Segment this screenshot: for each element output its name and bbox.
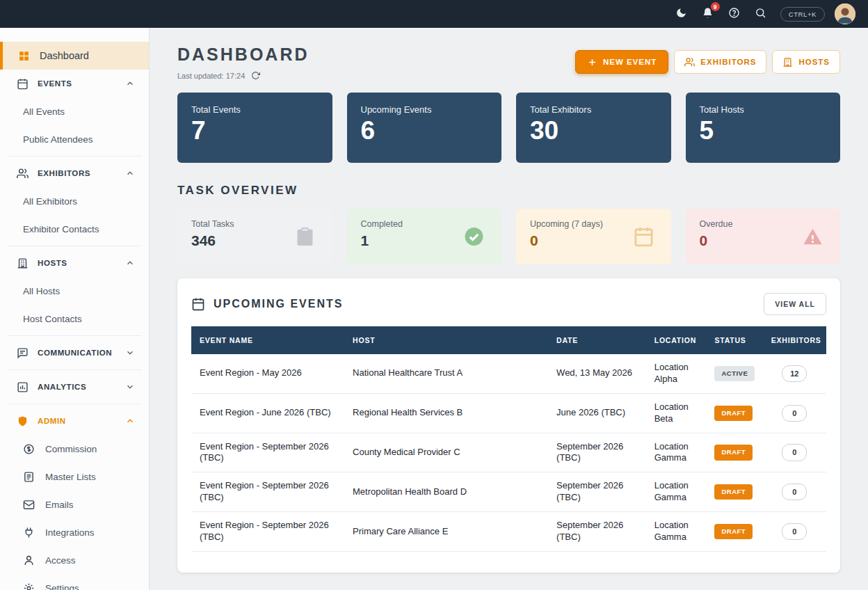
dark-mode-toggle[interactable] [672,4,691,24]
exhibitor-count-pill: 0 [782,444,807,461]
topbar: 9 CTRL+K [0,0,868,28]
sidebar-section-exhibitors[interactable]: EXHIBITORS [0,159,149,187]
search-button[interactable] [751,4,771,24]
sidebar-section-hosts[interactable]: HOSTS [0,249,149,277]
chart-icon [17,381,29,393]
chevron-up-icon [125,79,135,88]
sidebar-item-all-events[interactable]: All Events [0,97,149,125]
sidebar-item-exhibitor-contacts[interactable]: Exhibitor Contacts [0,215,149,243]
cell-status: DRAFT [706,393,762,433]
col-exhibitors: EXHIBITORS [763,326,826,354]
stat-label: Total Hosts [700,104,827,115]
chevron-down-icon [125,348,135,358]
cell-status: DRAFT [706,512,762,552]
building-icon [782,57,793,67]
sidebar-item-label: Public Attendees [23,134,93,145]
sidebar-item-all-exhibitors[interactable]: All Exhibitors [0,187,149,215]
status-badge: DRAFT [714,445,753,460]
cell-status: DRAFT [706,433,762,472]
sidebar-item-master-lists[interactable]: Master Lists [0,463,149,491]
sidebar-divider [7,404,142,404]
sidebar-item-emails[interactable]: Emails [0,491,149,518]
hosts-button[interactable]: HOSTS [772,50,840,74]
table-row[interactable]: Event Region - September 2026 (TBC) Metr… [191,472,826,512]
cell-status: ACTIVE [706,354,762,393]
cell-location: Location Alpha [646,354,707,393]
cell-host: National Healthcare Trust A [344,354,548,393]
sidebar-item-commission[interactable]: Commission [0,435,149,463]
sidebar-item-label: Host Contacts [23,314,82,324]
page-title-block: DASHBOARD Last updated: 17:24 [177,45,310,80]
refresh-icon[interactable] [251,71,260,80]
new-event-button[interactable]: NEW EVENT [575,50,668,74]
cell-exhibitors: 0 [763,472,826,512]
stat-label: Total Exhibitors [530,104,657,115]
help-button[interactable] [725,4,744,24]
cell-host: Regional Health Services B [344,393,548,433]
calendar-icon [633,226,654,248]
chevron-up-icon [125,416,135,426]
chevron-up-icon [125,168,135,178]
table-row[interactable]: Event Region - September 2026 (TBC) Coun… [191,433,826,472]
cell-event-name: Event Region - September 2026 (TBC) [191,433,344,472]
search-icon [755,7,766,21]
sidebar-item-dashboard[interactable]: Dashboard [0,42,149,70]
table-row[interactable]: Event Region - May 2026 National Healthc… [191,354,826,393]
exhibitor-count-pill: 12 [782,365,807,382]
list-icon [23,471,35,483]
building-icon [17,257,29,269]
view-all-button[interactable]: VIEW ALL [764,293,826,315]
cell-date: September 2026 (TBC) [548,512,646,552]
sidebar-item-access[interactable]: Access [0,546,149,574]
sidebar: Dashboard EVENTS All Events Public Atten… [0,28,150,590]
section-label: EVENTS [38,79,72,88]
col-date: DATE [548,326,646,354]
section-label: ANALYTICS [38,383,86,391]
cell-host: Metropolitan Health Board D [344,472,548,512]
task-card-completed: Completed 1 [347,209,502,264]
sidebar-item-all-hosts[interactable]: All Hosts [0,277,149,305]
table-row[interactable]: Event Region - June 2026 (TBC) Regional … [191,393,826,433]
table-row[interactable]: Event Region - September 2026 (TBC) Prim… [191,512,826,552]
calendar-icon [191,297,205,311]
check-circle-icon [463,226,485,248]
plug-icon [23,527,35,539]
shield-icon [17,415,29,427]
button-label: HOSTS [798,58,830,66]
last-updated-text: Last updated: 17:24 [177,72,245,80]
avatar[interactable] [835,3,855,24]
sidebar-item-integrations[interactable]: Integrations [0,518,149,546]
tasks-row: Total Tasks 346 Completed 1 Upcoming (7 … [177,209,840,264]
sidebar-item-label: All Hosts [23,286,60,296]
people-icon [17,168,29,180]
command-palette-button[interactable]: CTRL+K [780,7,825,22]
notifications-button[interactable]: 9 [698,4,718,24]
cell-exhibitors: 12 [763,354,826,393]
upcoming-events-card: UPCOMING EVENTS VIEW ALL EVENT NAME HOST… [177,278,840,573]
sidebar-item-settings[interactable]: Settings [0,574,149,590]
cell-location: Location Beta [646,393,707,433]
sidebar-section-communication[interactable]: COMMUNICATION [0,339,149,367]
button-label: NEW EVENT [603,58,657,66]
notification-badge: 9 [711,2,720,11]
sidebar-item-label: Master Lists [45,472,96,482]
cell-date: September 2026 (TBC) [548,433,646,472]
sidebar-section-analytics[interactable]: ANALYTICS [0,373,149,401]
cell-event-name: Event Region - June 2026 (TBC) [191,393,344,433]
sidebar-section-admin[interactable]: ADMIN [0,407,149,435]
cell-event-name: Event Region - September 2026 (TBC) [191,512,344,552]
sidebar-item-host-contacts[interactable]: Host Contacts [0,305,149,333]
header-actions: NEW EVENT EXHIBITORS HOSTS [575,50,840,74]
sidebar-divider [7,246,142,246]
cell-exhibitors: 0 [763,512,826,552]
exhibitors-button[interactable]: EXHIBITORS [674,50,766,74]
stat-label: Total Events [191,104,319,115]
cell-date: Wed, 13 May 2026 [548,354,646,393]
upcoming-events-table: EVENT NAME HOST DATE LOCATION STATUS EXH… [191,326,826,552]
section-label: ADMIN [38,417,66,425]
stat-value: 30 [530,117,657,145]
col-status: STATUS [706,326,762,354]
task-card-overdue: Overdue 0 [686,209,841,264]
sidebar-item-public-attendees[interactable]: Public Attendees [0,125,149,153]
sidebar-section-events[interactable]: EVENTS [0,70,149,97]
